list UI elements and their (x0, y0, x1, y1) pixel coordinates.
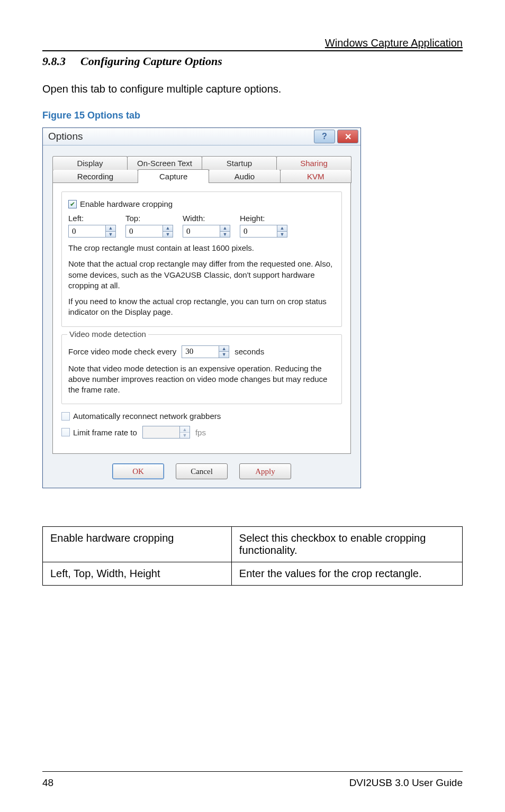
section-title: Configuring Capture Options (80, 54, 222, 68)
cropping-note-2: Note that the actual crop rectangle may … (68, 259, 335, 291)
top-spinner[interactable]: ▲▼ (125, 225, 173, 238)
tab-recording[interactable]: Recording (52, 169, 138, 183)
section-number: 9.8.3 (42, 54, 66, 68)
force-check-unit: seconds (235, 347, 264, 356)
figure-caption: Figure 15 Options tab (42, 110, 463, 121)
enable-cropping-checkbox[interactable]: ✔ Enable hardware cropping (68, 199, 335, 208)
spin-up-icon[interactable]: ▲ (163, 225, 173, 231)
checkbox-empty-icon (61, 412, 70, 421)
tab-label: Audio (235, 172, 255, 181)
spin-down-icon[interactable]: ▼ (219, 351, 229, 358)
header-rule (42, 50, 463, 51)
question-icon: ? (322, 132, 327, 141)
width-input[interactable] (183, 225, 220, 238)
height-input[interactable] (240, 225, 277, 238)
tab-label: KVM (307, 172, 324, 181)
force-check-label: Force video mode check every (68, 347, 176, 356)
left-input[interactable] (68, 225, 105, 238)
height-spinner[interactable]: ▲▼ (240, 225, 287, 238)
force-check-spinner[interactable]: ▲▼ (182, 345, 229, 358)
help-button[interactable]: ? (314, 130, 335, 143)
page-number: 48 (42, 777, 53, 789)
tab-panel-capture: ✔ Enable hardware cropping Left: ▲▼ (52, 183, 351, 454)
checkbox-check-icon: ✔ (68, 200, 77, 208)
force-check-input[interactable] (182, 345, 219, 358)
cropping-note-1: The crop rectangle must contain at least… (68, 243, 335, 253)
tab-sharing[interactable]: Sharing (276, 156, 351, 170)
height-label: Height: (240, 214, 287, 223)
tab-label: On-Screen Text (137, 159, 192, 168)
spin-down-icon[interactable]: ▼ (180, 432, 190, 439)
dialog-title: Options (43, 131, 83, 142)
spin-down-icon[interactable]: ▼ (163, 231, 173, 238)
tab-label: Sharing (300, 159, 328, 168)
width-spinner[interactable]: ▲▼ (183, 225, 230, 238)
cell-option-name: Left, Top, Width, Height (43, 562, 232, 586)
description-table: Enable hardware cropping Select this che… (42, 526, 463, 586)
enable-cropping-label: Enable hardware cropping (80, 199, 173, 208)
dialog-button-row: OK Cancel Apply (52, 463, 351, 479)
limit-fps-checkbox[interactable]: Limit frame rate to (61, 428, 137, 437)
tab-label: Recording (77, 172, 113, 181)
tab-label: Display (77, 159, 103, 168)
tab-capture[interactable]: Capture (138, 169, 209, 183)
tab-display[interactable]: Display (52, 156, 128, 170)
document-title: DVI2USB 3.0 User Guide (349, 777, 463, 789)
left-label: Left: (68, 214, 116, 223)
tabs: Display On-Screen Text Startup Sharing R… (52, 156, 351, 454)
tab-label: Startup (227, 159, 252, 168)
apply-button-label: Apply (255, 467, 275, 476)
tab-kvm[interactable]: KVM (280, 169, 351, 183)
cancel-button[interactable]: Cancel (176, 463, 228, 479)
ok-button-label: OK (132, 467, 144, 476)
table-row: Left, Top, Width, Height Enter the value… (43, 562, 463, 586)
page-footer: 48 DVI2USB 3.0 User Guide (42, 771, 463, 789)
limit-fps-label: Limit frame rate to (73, 428, 137, 437)
checkbox-empty-icon (61, 428, 70, 436)
ok-button[interactable]: OK (112, 463, 164, 479)
tab-startup[interactable]: Startup (202, 156, 277, 170)
tab-on-screen-text[interactable]: On-Screen Text (127, 156, 202, 170)
auto-reconnect-checkbox[interactable]: Automatically reconnect network grabbers (61, 412, 342, 421)
section-heading: 9.8.3 Configuring Capture Options (42, 54, 463, 68)
left-spinner[interactable]: ▲▼ (68, 225, 116, 238)
spin-up-icon[interactable]: ▲ (219, 346, 229, 352)
table-row: Enable hardware cropping Select this che… (43, 527, 463, 562)
limit-fps-spinner[interactable]: ▲▼ (142, 426, 190, 439)
width-label: Width: (183, 214, 230, 223)
cell-option-desc: Select this checkbox to enable cropping … (231, 527, 462, 562)
spin-down-icon[interactable]: ▼ (106, 231, 115, 238)
intro-paragraph: Open this tab to configure multiple capt… (42, 83, 463, 95)
video-mode-legend: Video mode detection (67, 330, 148, 339)
spin-down-icon[interactable]: ▼ (277, 231, 287, 238)
running-header: Windows Capture Application (42, 37, 463, 49)
auto-reconnect-label: Automatically reconnect network grabbers (73, 412, 221, 421)
spin-down-icon[interactable]: ▼ (220, 231, 230, 238)
cell-option-desc: Enter the values for the crop rectangle. (231, 562, 462, 586)
close-button[interactable]: ✕ (337, 130, 358, 143)
options-dialog: Options ? ✕ Display On-Screen Text Start… (42, 127, 361, 488)
video-mode-note: Note that video mode detection is an exp… (68, 363, 335, 396)
spin-up-icon[interactable]: ▲ (220, 225, 230, 231)
cropping-note-3: If you need to know the actual crop rect… (68, 296, 335, 318)
tab-label: Capture (159, 172, 187, 181)
limit-fps-unit: fps (195, 428, 206, 437)
close-icon: ✕ (345, 132, 351, 142)
cancel-button-label: Cancel (191, 467, 213, 476)
tab-audio[interactable]: Audio (209, 169, 280, 183)
video-mode-group: Video mode detection Force video mode ch… (61, 334, 342, 405)
spin-up-icon[interactable]: ▲ (277, 225, 287, 231)
spin-up-icon[interactable]: ▲ (180, 426, 190, 432)
top-label: Top: (125, 214, 173, 223)
spin-up-icon[interactable]: ▲ (106, 225, 115, 231)
cropping-group: ✔ Enable hardware cropping Left: ▲▼ (61, 191, 342, 327)
titlebar: Options ? ✕ (43, 128, 360, 145)
cell-option-name: Enable hardware cropping (43, 527, 232, 562)
top-input[interactable] (125, 225, 163, 238)
limit-fps-input[interactable] (142, 426, 179, 439)
apply-button[interactable]: Apply (239, 463, 291, 479)
